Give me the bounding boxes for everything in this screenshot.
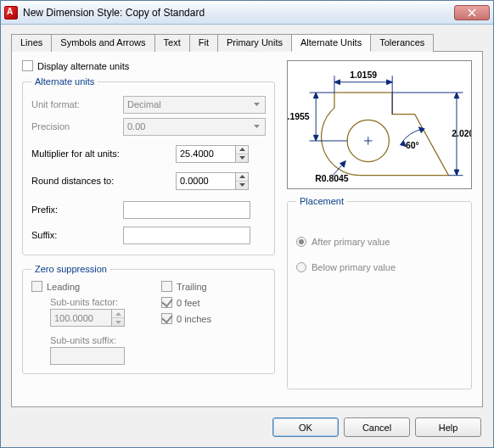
zero-inches-label: 0 inches bbox=[177, 314, 211, 324]
alternate-units-group: Alternate units Unit format: Decimal Pre… bbox=[22, 76, 275, 255]
spin-up-icon[interactable] bbox=[236, 146, 248, 154]
cancel-button[interactable]: Cancel bbox=[344, 417, 410, 437]
subunits-factor-label: Sub-units factor: bbox=[50, 297, 136, 307]
spinner-buttons[interactable] bbox=[235, 145, 249, 163]
tab-text[interactable]: Text bbox=[154, 34, 190, 52]
help-button[interactable]: Help bbox=[415, 417, 481, 437]
spin-down-icon bbox=[112, 317, 124, 326]
unit-format-label: Unit format: bbox=[31, 99, 123, 109]
spin-down-icon[interactable] bbox=[236, 154, 248, 162]
tab-primary-units[interactable]: Primary Units bbox=[217, 34, 292, 52]
zero-inches-row: 0 inches bbox=[161, 313, 266, 324]
preview-dim-radius: R0.8045 bbox=[315, 174, 349, 183]
suffix-input[interactable] bbox=[123, 227, 250, 244]
prefix-label: Prefix: bbox=[31, 204, 123, 215]
tab-lines[interactable]: Lines bbox=[11, 34, 52, 52]
preview-pane: 1.0159 1.1955 2.0207 60° R0.8045 bbox=[287, 60, 472, 189]
zero-feet-row: 0 feet bbox=[161, 297, 266, 308]
precision-combo[interactable]: 0.00 bbox=[123, 118, 266, 136]
zero-suppression-legend: Zero suppression bbox=[31, 264, 110, 274]
tab-tolerances[interactable]: Tolerances bbox=[370, 34, 434, 52]
round-spinner[interactable] bbox=[176, 172, 249, 190]
spinner-buttons bbox=[111, 309, 125, 327]
display-alt-units-row[interactable]: Display alternate units bbox=[22, 60, 275, 71]
placement-below-row: Below primary value bbox=[296, 257, 463, 277]
display-alt-units-label: Display alternate units bbox=[37, 61, 129, 71]
round-label: Round distances to: bbox=[31, 176, 176, 186]
trailing-label: Trailing bbox=[177, 282, 207, 292]
subunits-factor-input bbox=[50, 309, 111, 327]
zero-feet-label: 0 feet bbox=[177, 298, 200, 308]
multiplier-label: Multiplier for alt units: bbox=[31, 148, 176, 159]
leading-label: Leading bbox=[47, 282, 80, 292]
tab-strip: Lines Symbols and Arrows Text Fit Primar… bbox=[1, 25, 493, 51]
unit-format-value: Decimal bbox=[127, 99, 161, 109]
leading-checkbox bbox=[31, 281, 42, 292]
tab-panel: Display alternate units Alternate units … bbox=[11, 51, 483, 407]
trailing-checkbox bbox=[161, 281, 172, 292]
dialog-window: New Dimension Style: Copy of Standard Li… bbox=[0, 0, 494, 448]
unit-format-combo[interactable]: Decimal bbox=[123, 96, 266, 114]
chevron-down-icon bbox=[250, 98, 263, 111]
precision-value: 0.00 bbox=[127, 121, 145, 132]
display-alt-units-checkbox[interactable] bbox=[22, 60, 33, 71]
subunits-suffix-label: Sub-units suffix: bbox=[50, 335, 136, 345]
right-column: 1.0159 1.1955 2.0207 60° R0.8045 Placeme… bbox=[287, 60, 472, 398]
subunits-factor-spinner bbox=[50, 309, 136, 327]
multiplier-input[interactable] bbox=[176, 145, 235, 163]
zero-suppression-group: Zero suppression Leading Sub-units facto… bbox=[22, 264, 275, 374]
preview-dim-right: 2.0207 bbox=[452, 129, 471, 138]
leading-row: Leading bbox=[31, 281, 136, 292]
trailing-row: Trailing bbox=[161, 281, 266, 292]
zero-inches-checkbox bbox=[161, 313, 172, 324]
zero-feet-checkbox bbox=[161, 297, 172, 308]
tab-alternate-units[interactable]: Alternate Units bbox=[291, 34, 371, 52]
spin-up-icon bbox=[112, 310, 124, 317]
chevron-down-icon bbox=[250, 120, 263, 133]
placement-group: Placement After primary value Below prim… bbox=[287, 196, 472, 389]
placement-legend: Placement bbox=[296, 196, 347, 206]
placement-below-label: Below primary value bbox=[312, 262, 396, 272]
placement-below-radio bbox=[296, 262, 306, 272]
close-button[interactable] bbox=[454, 5, 490, 20]
multiplier-spinner[interactable] bbox=[176, 145, 249, 163]
prefix-input[interactable] bbox=[123, 201, 250, 219]
suffix-label: Suffix: bbox=[31, 230, 123, 240]
window-title: New Dimension Style: Copy of Standard bbox=[23, 7, 454, 19]
alternate-units-legend: Alternate units bbox=[31, 76, 98, 87]
spin-down-icon[interactable] bbox=[236, 181, 248, 189]
preview-dim-top: 1.0159 bbox=[350, 70, 377, 80]
ok-button[interactable]: OK bbox=[272, 417, 339, 437]
preview-dim-angle: 60° bbox=[406, 141, 419, 150]
tab-symbols-arrows[interactable]: Symbols and Arrows bbox=[51, 34, 154, 52]
tab-fit[interactable]: Fit bbox=[189, 34, 218, 52]
placement-after-radio bbox=[296, 237, 306, 247]
titlebar: New Dimension Style: Copy of Standard bbox=[1, 1, 493, 25]
spin-up-icon[interactable] bbox=[236, 173, 248, 181]
left-column: Display alternate units Alternate units … bbox=[22, 60, 275, 398]
round-input[interactable] bbox=[176, 172, 235, 190]
subunits-suffix-input bbox=[50, 347, 125, 365]
preview-dim-left: 1.1955 bbox=[288, 112, 310, 121]
button-row: OK Cancel Help bbox=[1, 414, 493, 447]
app-icon bbox=[4, 6, 18, 20]
precision-label: Precision bbox=[31, 121, 123, 132]
spinner-buttons[interactable] bbox=[235, 172, 249, 190]
placement-after-label: After primary value bbox=[312, 237, 390, 247]
placement-after-row: After primary value bbox=[296, 232, 463, 252]
